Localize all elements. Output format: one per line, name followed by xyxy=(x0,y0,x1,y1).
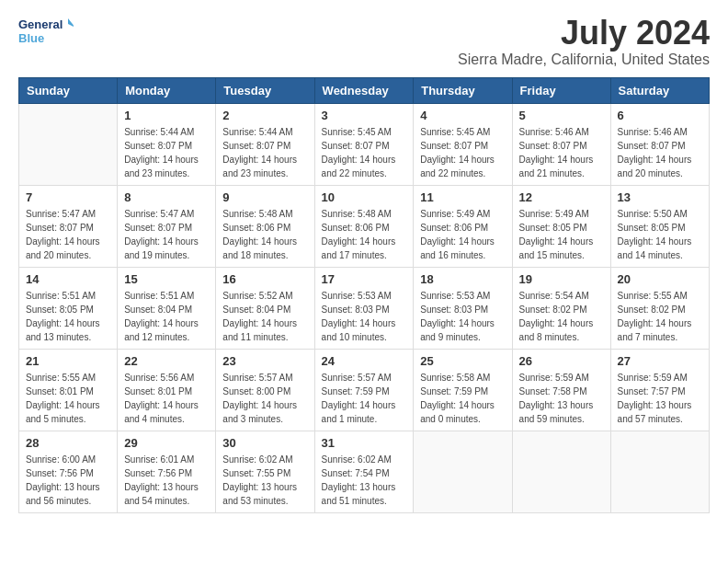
month-year: July 2024 xyxy=(458,15,710,52)
day-number: 9 xyxy=(222,190,307,204)
day-number: 31 xyxy=(322,436,407,450)
calendar-cell: 10Sunrise: 5:48 AM Sunset: 8:06 PM Dayli… xyxy=(314,185,414,267)
calendar-cell: 3Sunrise: 5:45 AM Sunset: 8:07 PM Daylig… xyxy=(314,103,414,185)
cell-info: Sunrise: 6:01 AM Sunset: 7:56 PM Dayligh… xyxy=(124,453,209,508)
day-number: 23 xyxy=(222,354,307,368)
calendar-cell: 22Sunrise: 5:56 AM Sunset: 8:01 PM Dayli… xyxy=(118,349,216,431)
calendar-cell: 25Sunrise: 5:58 AM Sunset: 7:59 PM Dayli… xyxy=(414,349,512,431)
cell-info: Sunrise: 5:49 AM Sunset: 8:06 PM Dayligh… xyxy=(420,207,505,262)
cell-info: Sunrise: 6:00 AM Sunset: 7:56 PM Dayligh… xyxy=(26,453,110,508)
day-number: 27 xyxy=(618,354,702,368)
day-number: 3 xyxy=(322,109,407,122)
day-number: 13 xyxy=(618,190,702,204)
calendar-cell: 14Sunrise: 5:51 AM Sunset: 8:05 PM Dayli… xyxy=(19,267,118,349)
cell-info: Sunrise: 5:58 AM Sunset: 7:59 PM Dayligh… xyxy=(420,371,505,426)
calendar-week-5: 28Sunrise: 6:00 AM Sunset: 7:56 PM Dayli… xyxy=(19,431,710,512)
calendar-cell: 24Sunrise: 5:57 AM Sunset: 7:59 PM Dayli… xyxy=(314,349,414,431)
cell-info: Sunrise: 5:46 AM Sunset: 8:07 PM Dayligh… xyxy=(618,125,702,180)
calendar-week-2: 7Sunrise: 5:47 AM Sunset: 8:07 PM Daylig… xyxy=(19,185,710,267)
column-header-tuesday: Tuesday xyxy=(216,77,314,103)
svg-marker-2 xyxy=(68,18,74,28)
calendar-cell xyxy=(512,431,610,512)
title-area: July 2024 Sierra Madre, California, Unit… xyxy=(458,15,710,68)
cell-info: Sunrise: 5:44 AM Sunset: 8:07 PM Dayligh… xyxy=(222,125,307,180)
day-number: 18 xyxy=(420,272,505,286)
calendar-cell: 8Sunrise: 5:47 AM Sunset: 8:07 PM Daylig… xyxy=(118,185,216,267)
day-number: 26 xyxy=(519,354,604,368)
calendar-cell xyxy=(19,103,118,185)
calendar-cell: 5Sunrise: 5:46 AM Sunset: 8:07 PM Daylig… xyxy=(512,103,610,185)
calendar-week-1: 1Sunrise: 5:44 AM Sunset: 8:07 PM Daylig… xyxy=(19,103,710,185)
calendar-cell: 13Sunrise: 5:50 AM Sunset: 8:05 PM Dayli… xyxy=(610,185,709,267)
cell-info: Sunrise: 5:59 AM Sunset: 7:57 PM Dayligh… xyxy=(618,371,702,426)
day-number: 16 xyxy=(222,272,307,286)
cell-info: Sunrise: 5:47 AM Sunset: 8:07 PM Dayligh… xyxy=(124,207,209,262)
cell-info: Sunrise: 5:46 AM Sunset: 8:07 PM Dayligh… xyxy=(519,125,604,180)
logo-icon: General Blue xyxy=(18,15,74,52)
cell-info: Sunrise: 5:50 AM Sunset: 8:05 PM Dayligh… xyxy=(618,207,702,262)
day-number: 14 xyxy=(26,272,110,286)
calendar-table: SundayMondayTuesdayWednesdayThursdayFrid… xyxy=(18,77,710,513)
day-number: 11 xyxy=(420,190,505,204)
calendar-cell: 16Sunrise: 5:52 AM Sunset: 8:04 PM Dayli… xyxy=(216,267,314,349)
svg-text:Blue: Blue xyxy=(18,31,44,45)
calendar-cell xyxy=(414,431,512,512)
calendar-cell: 19Sunrise: 5:54 AM Sunset: 8:02 PM Dayli… xyxy=(512,267,610,349)
calendar-cell: 11Sunrise: 5:49 AM Sunset: 8:06 PM Dayli… xyxy=(414,185,512,267)
cell-info: Sunrise: 5:44 AM Sunset: 8:07 PM Dayligh… xyxy=(124,125,209,180)
cell-info: Sunrise: 5:45 AM Sunset: 8:07 PM Dayligh… xyxy=(322,125,407,180)
calendar-cell: 27Sunrise: 5:59 AM Sunset: 7:57 PM Dayli… xyxy=(610,349,709,431)
calendar-header-row: SundayMondayTuesdayWednesdayThursdayFrid… xyxy=(19,77,710,103)
cell-info: Sunrise: 5:57 AM Sunset: 7:59 PM Dayligh… xyxy=(322,371,407,426)
cell-info: Sunrise: 5:45 AM Sunset: 8:07 PM Dayligh… xyxy=(420,125,505,180)
cell-info: Sunrise: 5:47 AM Sunset: 8:07 PM Dayligh… xyxy=(26,207,110,262)
calendar-cell: 17Sunrise: 5:53 AM Sunset: 8:03 PM Dayli… xyxy=(314,267,414,349)
logo: General Blue xyxy=(18,15,74,52)
calendar-cell: 20Sunrise: 5:55 AM Sunset: 8:02 PM Dayli… xyxy=(610,267,709,349)
calendar-cell: 12Sunrise: 5:49 AM Sunset: 8:05 PM Dayli… xyxy=(512,185,610,267)
day-number: 4 xyxy=(420,109,505,122)
day-number: 6 xyxy=(618,109,702,122)
day-number: 24 xyxy=(322,354,407,368)
location: Sierra Madre, California, United States xyxy=(458,52,710,68)
calendar-cell: 4Sunrise: 5:45 AM Sunset: 8:07 PM Daylig… xyxy=(414,103,512,185)
cell-info: Sunrise: 5:53 AM Sunset: 8:03 PM Dayligh… xyxy=(420,289,505,344)
cell-info: Sunrise: 5:51 AM Sunset: 8:05 PM Dayligh… xyxy=(26,289,110,344)
calendar-cell: 28Sunrise: 6:00 AM Sunset: 7:56 PM Dayli… xyxy=(19,431,118,512)
column-header-saturday: Saturday xyxy=(610,77,709,103)
day-number: 29 xyxy=(124,436,209,450)
calendar-cell: 26Sunrise: 5:59 AM Sunset: 7:58 PM Dayli… xyxy=(512,349,610,431)
column-header-thursday: Thursday xyxy=(414,77,512,103)
calendar-cell: 2Sunrise: 5:44 AM Sunset: 8:07 PM Daylig… xyxy=(216,103,314,185)
column-header-friday: Friday xyxy=(512,77,610,103)
day-number: 1 xyxy=(124,109,209,122)
cell-info: Sunrise: 5:51 AM Sunset: 8:04 PM Dayligh… xyxy=(124,289,209,344)
day-number: 15 xyxy=(124,272,209,286)
calendar-cell: 1Sunrise: 5:44 AM Sunset: 8:07 PM Daylig… xyxy=(118,103,216,185)
day-number: 25 xyxy=(420,354,505,368)
calendar-cell: 29Sunrise: 6:01 AM Sunset: 7:56 PM Dayli… xyxy=(118,431,216,512)
calendar-week-4: 21Sunrise: 5:55 AM Sunset: 8:01 PM Dayli… xyxy=(19,349,710,431)
cell-info: Sunrise: 5:55 AM Sunset: 8:02 PM Dayligh… xyxy=(618,289,702,344)
calendar-cell: 31Sunrise: 6:02 AM Sunset: 7:54 PM Dayli… xyxy=(314,431,414,512)
day-number: 21 xyxy=(26,354,110,368)
column-header-monday: Monday xyxy=(118,77,216,103)
day-number: 10 xyxy=(322,190,407,204)
column-header-wednesday: Wednesday xyxy=(314,77,414,103)
calendar-cell: 21Sunrise: 5:55 AM Sunset: 8:01 PM Dayli… xyxy=(19,349,118,431)
calendar-cell: 7Sunrise: 5:47 AM Sunset: 8:07 PM Daylig… xyxy=(19,185,118,267)
cell-info: Sunrise: 5:55 AM Sunset: 8:01 PM Dayligh… xyxy=(26,371,110,426)
day-number: 5 xyxy=(519,109,604,122)
cell-info: Sunrise: 5:54 AM Sunset: 8:02 PM Dayligh… xyxy=(519,289,604,344)
calendar-week-3: 14Sunrise: 5:51 AM Sunset: 8:05 PM Dayli… xyxy=(19,267,710,349)
cell-info: Sunrise: 5:49 AM Sunset: 8:05 PM Dayligh… xyxy=(519,207,604,262)
cell-info: Sunrise: 5:59 AM Sunset: 7:58 PM Dayligh… xyxy=(519,371,604,426)
calendar-cell: 9Sunrise: 5:48 AM Sunset: 8:06 PM Daylig… xyxy=(216,185,314,267)
calendar-cell xyxy=(610,431,709,512)
cell-info: Sunrise: 6:02 AM Sunset: 7:55 PM Dayligh… xyxy=(222,453,307,508)
calendar-cell: 6Sunrise: 5:46 AM Sunset: 8:07 PM Daylig… xyxy=(610,103,709,185)
svg-text:General: General xyxy=(18,17,63,31)
cell-info: Sunrise: 5:56 AM Sunset: 8:01 PM Dayligh… xyxy=(124,371,209,426)
cell-info: Sunrise: 5:52 AM Sunset: 8:04 PM Dayligh… xyxy=(222,289,307,344)
day-number: 28 xyxy=(26,436,110,450)
